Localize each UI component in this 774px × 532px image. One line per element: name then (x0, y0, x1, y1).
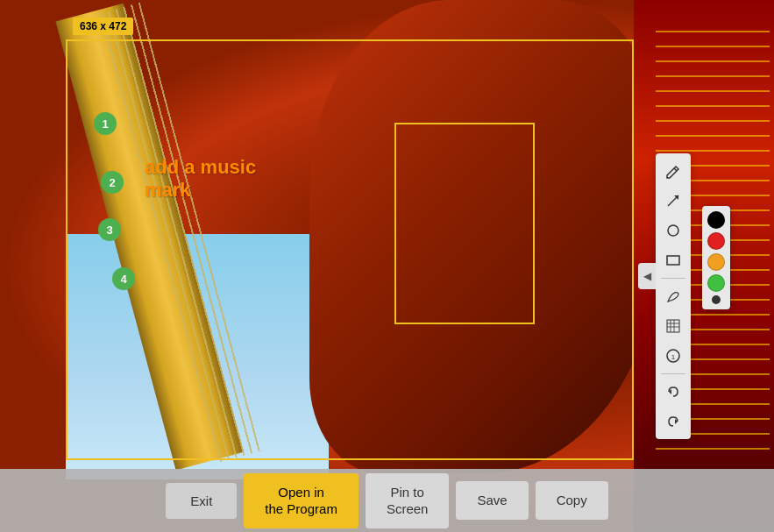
open-label-line2: the Program (265, 501, 337, 516)
tool-circle-button[interactable] (659, 216, 687, 245)
svg-point-2 (668, 225, 678, 236)
drawing-toolbar: 1 (656, 153, 691, 439)
color-red[interactable] (707, 232, 725, 250)
copy-button[interactable]: Copy (536, 481, 608, 520)
svg-text:1: 1 (671, 353, 676, 361)
tool-redo-button[interactable] (659, 408, 687, 436)
tool-undo-button[interactable] (659, 378, 687, 406)
dimension-label: 636 x 472 (73, 18, 133, 35)
tool-number-button[interactable]: 1 (659, 342, 687, 370)
exit-button[interactable]: Exit (166, 483, 237, 519)
color-black[interactable] (707, 211, 725, 229)
tool-arrow-button[interactable] (659, 187, 687, 215)
pin-label-line1: Pin to (390, 485, 423, 500)
guitar-body (309, 0, 660, 473)
color-orange[interactable] (707, 253, 725, 271)
annotation-text: add a music mark (145, 156, 256, 202)
collapse-toolbar-button[interactable]: ◀ (638, 263, 656, 289)
marker-3: 3 (98, 218, 121, 241)
open-label-line1: Open in (278, 485, 324, 500)
color-green[interactable] (707, 274, 725, 292)
tool-rectangle-button[interactable] (659, 246, 687, 274)
toolbar-divider-1 (661, 278, 685, 279)
color-dot-small[interactable] (712, 295, 721, 304)
marker-1: 1 (94, 112, 117, 135)
bottom-action-bar: Exit Open in the Program Pin to Screen S… (0, 469, 774, 532)
tool-edit-button[interactable] (659, 157, 687, 185)
marker-2: 2 (101, 171, 124, 194)
pin-label-line2: Screen (387, 501, 429, 516)
marker-4: 4 (112, 267, 135, 290)
svg-rect-4 (667, 320, 679, 332)
tool-crosshatch-button[interactable] (659, 312, 687, 340)
open-in-program-button[interactable]: Open in the Program (244, 473, 359, 528)
toolbar-divider-2 (661, 373, 685, 374)
tool-pen-button[interactable] (659, 282, 687, 310)
save-button[interactable]: Save (456, 481, 528, 520)
svg-rect-3 (667, 256, 679, 265)
color-palette (702, 206, 730, 309)
pin-to-screen-button[interactable]: Pin to Screen (366, 473, 450, 528)
